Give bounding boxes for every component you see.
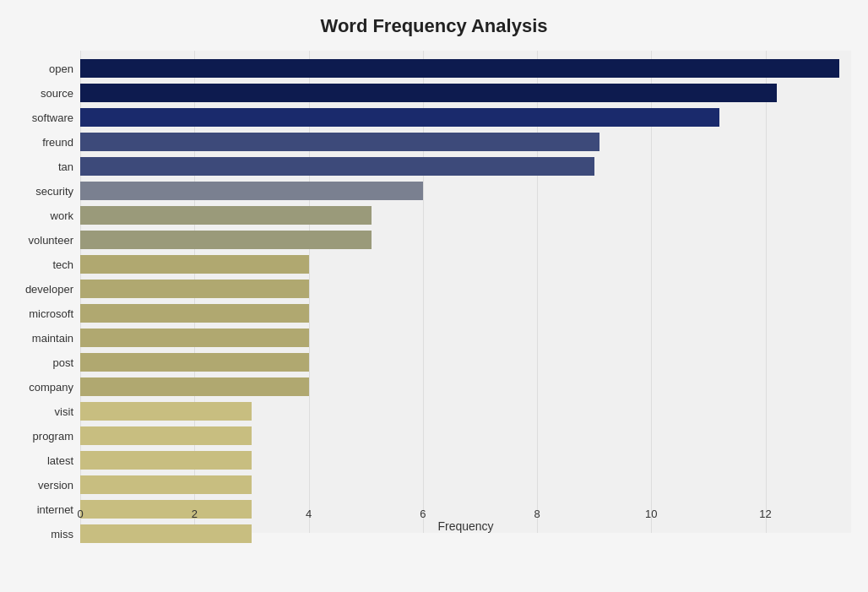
bar-row: version: [80, 474, 851, 496]
bar-label: tech: [2, 258, 73, 271]
bar-label: microsoft: [2, 307, 73, 320]
bar: [80, 231, 372, 249]
bar-wrapper: [80, 426, 851, 445]
bar-wrapper: [80, 329, 851, 347]
bar-wrapper: [80, 402, 851, 421]
bar-row: tan: [80, 155, 851, 177]
bar-label: post: [2, 356, 73, 369]
bar: [80, 329, 309, 347]
chart-title: Word Frequency Analysis: [0, 15, 868, 37]
bar-label: visit: [2, 405, 73, 418]
bar-label: work: [2, 209, 73, 222]
bar-wrapper: [80, 133, 851, 151]
bar-label: volunteer: [2, 234, 73, 247]
bar-wrapper: [80, 84, 851, 102]
bar: [80, 157, 594, 176]
bar-wrapper: [80, 206, 851, 225]
bar-row: program: [80, 425, 851, 447]
bar-wrapper: [80, 280, 851, 298]
x-tick-label: 2: [192, 508, 198, 520]
bar-wrapper: [80, 353, 851, 372]
bar-row: open: [80, 57, 851, 79]
bar-row: security: [80, 180, 851, 202]
bar: [80, 255, 309, 274]
bar-wrapper: [80, 182, 851, 200]
bar-label: tan: [2, 160, 73, 173]
bar-label: security: [2, 185, 73, 198]
bars-area: opensourcesoftwarefreundtansecurityworkv…: [80, 57, 851, 503]
x-tick-label: 10: [645, 508, 657, 520]
bar-wrapper: [80, 377, 851, 396]
x-tick-label: 8: [534, 508, 540, 520]
bar: [80, 426, 252, 445]
bar-label: open: [2, 62, 73, 75]
bar-label: latest: [2, 454, 73, 467]
x-tick-label: 4: [306, 508, 312, 520]
bar: [80, 133, 599, 151]
bar: [80, 59, 839, 78]
bar: [80, 206, 372, 225]
bar: [80, 108, 719, 127]
bar-row: maintain: [80, 327, 851, 349]
bar: [80, 377, 309, 396]
bar: [80, 304, 309, 323]
bar-label: maintain: [2, 332, 73, 345]
bar-wrapper: [80, 59, 851, 78]
bar: [80, 451, 252, 470]
x-axis-title: Frequency: [437, 519, 493, 533]
bar-wrapper: [80, 475, 851, 494]
bar-label: developer: [2, 283, 73, 296]
bar-row: post: [80, 351, 851, 373]
bar: [80, 84, 777, 102]
bar-row: software: [80, 106, 851, 128]
bar: [80, 353, 309, 372]
bar-label: miss: [2, 528, 73, 540]
x-axis: 024681012Frequency: [80, 503, 851, 533]
bar-row: visit: [80, 400, 851, 422]
bar: [80, 182, 423, 200]
bar-row: work: [80, 204, 851, 226]
x-tick-label: 6: [420, 508, 426, 520]
bar-label: internet: [2, 503, 73, 516]
bar-row: freund: [80, 131, 851, 153]
bar-row: source: [80, 82, 851, 104]
bar-row: microsoft: [80, 302, 851, 324]
bar-label: source: [2, 87, 73, 100]
bar-wrapper: [80, 451, 851, 470]
bar-wrapper: [80, 231, 851, 249]
bar-row: tech: [80, 253, 851, 275]
x-tick-label: 12: [759, 508, 771, 520]
bar-row: volunteer: [80, 229, 851, 251]
bar-label: company: [2, 381, 73, 394]
bar: [80, 402, 252, 421]
chart-container: Word Frequency Analysis opensourcesoftwa…: [0, 0, 868, 592]
chart-area: opensourcesoftwarefreundtansecurityworkv…: [80, 51, 851, 533]
bar-wrapper: [80, 157, 851, 176]
x-tick-label: 0: [77, 508, 83, 520]
bar-wrapper: [80, 108, 851, 127]
bar-row: developer: [80, 278, 851, 300]
bar-label: freund: [2, 136, 73, 149]
bar-wrapper: [80, 304, 851, 323]
bar-label: program: [2, 430, 73, 443]
bar-wrapper: [80, 255, 851, 274]
bar-row: latest: [80, 449, 851, 471]
bar-row: company: [80, 376, 851, 398]
bar: [80, 475, 252, 494]
bar-label: software: [2, 111, 73, 124]
bar: [80, 280, 309, 298]
bar-label: version: [2, 479, 73, 492]
